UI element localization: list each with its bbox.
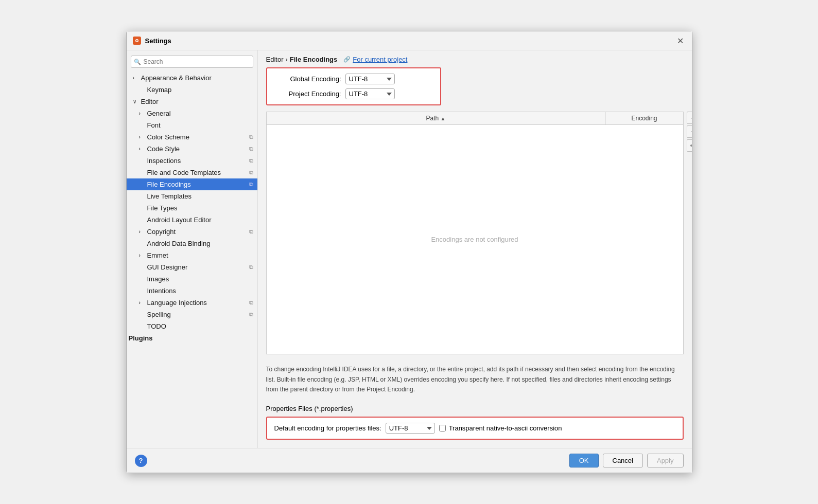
table-header: Path ▲ Encoding bbox=[267, 112, 683, 125]
sidebar-item-keymap[interactable]: › Keymap bbox=[127, 84, 257, 96]
sidebar-item-general[interactable]: › General bbox=[127, 107, 257, 119]
breadcrumb-parent: Editor bbox=[266, 56, 284, 63]
arrow-icon: › bbox=[139, 229, 145, 235]
ok-button[interactable]: OK bbox=[569, 454, 599, 467]
arrow-icon: › bbox=[139, 134, 145, 140]
sidebar-item-label: Copyright bbox=[147, 228, 176, 236]
add-encoding-button[interactable]: + bbox=[687, 112, 692, 124]
sidebar-item-language-injections[interactable]: › Language Injections ⧉ bbox=[127, 297, 257, 309]
dialog-title: Settings bbox=[145, 37, 171, 45]
copy-icon: ⧉ bbox=[249, 311, 253, 318]
footer-buttons: OK Cancel Apply bbox=[569, 454, 684, 467]
sidebar-item-label: Language Injections bbox=[147, 299, 207, 307]
breadcrumb: Editor › File Encodings 🔗 For current pr… bbox=[258, 50, 692, 67]
sidebar-item-label: Intentions bbox=[147, 287, 176, 295]
sidebar-item-gui-designer[interactable]: › GUI Designer ⧉ bbox=[127, 261, 257, 273]
sidebar-item-appearance[interactable]: › Appearance & Behavior bbox=[127, 72, 257, 84]
properties-section: Properties Files (*.properties) Default … bbox=[266, 405, 684, 440]
arrow-icon: › bbox=[139, 111, 145, 116]
main-content: Editor › File Encodings 🔗 For current pr… bbox=[258, 50, 692, 448]
breadcrumb-link[interactable]: For current project bbox=[353, 56, 407, 63]
sidebar-item-editor[interactable]: ∨ Editor bbox=[127, 96, 257, 107]
svg-point-2 bbox=[136, 40, 137, 42]
copy-icon: ⧉ bbox=[249, 264, 253, 271]
info-text: To change encoding IntelliJ IDEA uses fo… bbox=[266, 361, 684, 399]
sidebar-item-color-scheme[interactable]: › Color Scheme ⧉ bbox=[127, 131, 257, 143]
arrow-icon: ∨ bbox=[133, 99, 139, 104]
global-encoding-label: Global Encoding: bbox=[274, 75, 341, 83]
content-area: Global Encoding: UTF-8 ISO-8859-1 US-ASC… bbox=[258, 67, 692, 448]
title-bar: Settings ✕ bbox=[127, 31, 692, 50]
settings-dialog: Settings ✕ 🔍 › Appearance & Behavior › K… bbox=[126, 31, 692, 473]
transparent-checkbox-row: Transparent native-to-ascii conversion bbox=[439, 424, 562, 432]
sidebar-item-android-data-binding[interactable]: › Android Data Binding bbox=[127, 238, 257, 249]
sidebar-item-label: General bbox=[147, 110, 171, 117]
apply-button[interactable]: Apply bbox=[647, 454, 684, 467]
encodings-box: Global Encoding: UTF-8 ISO-8859-1 US-ASC… bbox=[266, 67, 441, 105]
copy-icon: ⧉ bbox=[249, 228, 253, 235]
sidebar-item-todo[interactable]: › TODO bbox=[127, 320, 257, 332]
project-encoding-label: Project Encoding: bbox=[274, 90, 341, 98]
sidebar-item-label: Android Layout Editor bbox=[147, 216, 212, 224]
project-encoding-select[interactable]: UTF-8 ISO-8859-1 US-ASCII bbox=[345, 88, 395, 99]
properties-box: Default encoding for properties files: U… bbox=[266, 417, 684, 440]
encoding-column-header: Encoding bbox=[606, 112, 683, 124]
global-encoding-row: Global Encoding: UTF-8 ISO-8859-1 US-ASC… bbox=[274, 74, 433, 84]
sidebar-item-live-templates[interactable]: › Live Templates bbox=[127, 190, 257, 202]
remove-encoding-button[interactable]: − bbox=[687, 125, 692, 138]
breadcrumb-separator: › bbox=[285, 56, 287, 63]
sidebar-item-label: File Encodings bbox=[147, 181, 191, 188]
sidebar-item-label: Images bbox=[147, 275, 169, 283]
properties-encoding-select[interactable]: UTF-8 ISO-8859-1 US-ASCII bbox=[386, 423, 435, 434]
settings-icon bbox=[133, 37, 141, 45]
sidebar-item-images[interactable]: › Images bbox=[127, 273, 257, 285]
arrow-icon: › bbox=[139, 300, 145, 305]
sidebar-item-inspections[interactable]: › Inspections ⧉ bbox=[127, 155, 257, 167]
arrow-icon: › bbox=[133, 75, 139, 81]
copy-icon: ⧉ bbox=[249, 299, 253, 306]
sidebar-item-copyright[interactable]: › Copyright ⧉ bbox=[127, 226, 257, 238]
search-icon: 🔍 bbox=[134, 59, 141, 65]
sidebar-item-label: File and Code Templates bbox=[147, 169, 221, 176]
project-encoding-row: Project Encoding: UTF-8 ISO-8859-1 US-AS… bbox=[274, 88, 433, 99]
sidebar-item-label: GUI Designer bbox=[147, 263, 188, 271]
sidebar-item-label: Emmet bbox=[147, 251, 168, 259]
sidebar-item-label: Code Style bbox=[147, 145, 180, 153]
transparent-label: Transparent native-to-ascii conversion bbox=[449, 424, 562, 432]
edit-encoding-button[interactable]: ✏ bbox=[687, 139, 692, 152]
breadcrumb-link-icon: 🔗 bbox=[343, 56, 351, 63]
sidebar-item-file-and-code-templates[interactable]: › File and Code Templates ⧉ bbox=[127, 167, 257, 178]
table-empty-message: Encodings are not configured bbox=[267, 125, 683, 354]
path-encoding-table-wrapper: Path ▲ Encoding Encodings are not config… bbox=[266, 112, 684, 354]
sidebar-item-label: Appearance & Behavior bbox=[141, 74, 212, 82]
copy-icon: ⧉ bbox=[249, 146, 253, 152]
search-box[interactable]: 🔍 bbox=[131, 56, 253, 68]
sidebar-item-spelling[interactable]: › Spelling ⧉ bbox=[127, 309, 257, 320]
search-input[interactable] bbox=[131, 56, 253, 68]
sidebar: 🔍 › Appearance & Behavior › Keymap ∨ Edi… bbox=[127, 50, 258, 448]
sidebar-item-label: Color Scheme bbox=[147, 133, 189, 141]
sidebar-item-label: Inspections bbox=[147, 157, 181, 165]
sidebar-item-label: Keymap bbox=[147, 86, 172, 94]
sidebar-item-label: TODO bbox=[147, 322, 166, 330]
cancel-button[interactable]: Cancel bbox=[603, 454, 643, 467]
sidebar-item-font[interactable]: › Font bbox=[127, 119, 257, 131]
sidebar-item-file-types[interactable]: › File Types bbox=[127, 202, 257, 214]
table-action-buttons: + − ✏ bbox=[687, 112, 692, 152]
copy-icon: ⧉ bbox=[249, 157, 253, 164]
sidebar-item-label: Font bbox=[147, 121, 161, 129]
sidebar-item-file-encodings[interactable]: › File Encodings ⧉ bbox=[127, 178, 257, 190]
sidebar-item-label: Plugins bbox=[129, 334, 153, 342]
title-bar-left: Settings bbox=[133, 37, 171, 45]
sidebar-item-intentions[interactable]: › Intentions bbox=[127, 285, 257, 297]
help-button[interactable]: ? bbox=[135, 455, 147, 467]
sidebar-item-emmet[interactable]: › Emmet bbox=[127, 249, 257, 261]
sidebar-item-plugins[interactable]: Plugins bbox=[127, 332, 257, 344]
copy-icon: ⧉ bbox=[249, 134, 253, 140]
global-encoding-select[interactable]: UTF-8 ISO-8859-1 US-ASCII bbox=[345, 74, 395, 84]
transparent-checkbox[interactable] bbox=[439, 425, 446, 431]
sidebar-item-code-style[interactable]: › Code Style ⧉ bbox=[127, 143, 257, 155]
close-button[interactable]: ✕ bbox=[675, 35, 686, 46]
sidebar-item-android-layout-editor[interactable]: › Android Layout Editor bbox=[127, 214, 257, 226]
arrow-icon: › bbox=[139, 253, 145, 258]
